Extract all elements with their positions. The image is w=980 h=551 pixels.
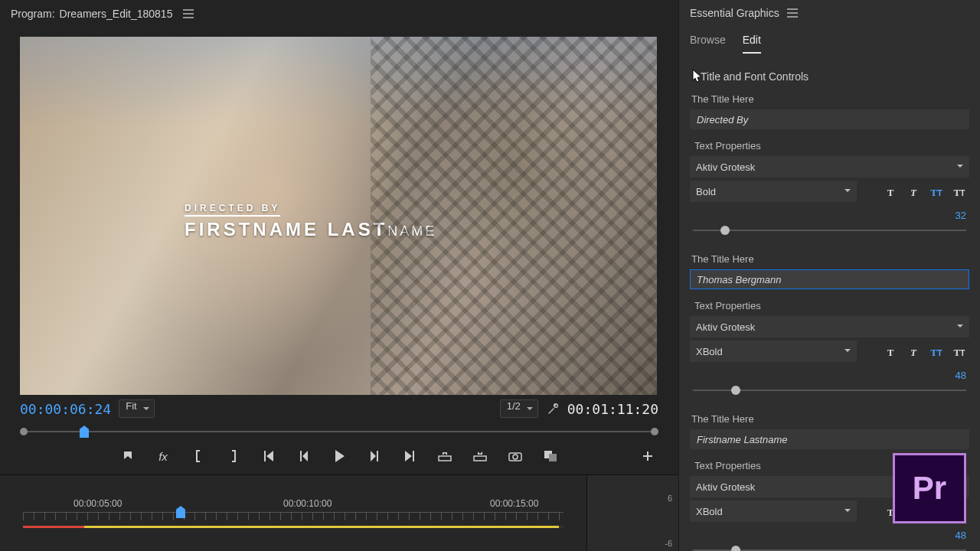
font-size-slider[interactable] — [693, 384, 966, 396]
overlay-line1: DIRECTED BY — [185, 203, 280, 217]
go-to-in-icon[interactable] — [261, 448, 276, 464]
comparison-icon[interactable] — [543, 448, 558, 464]
font-size-value[interactable]: 32 — [956, 210, 969, 221]
panel-menu-icon[interactable] — [183, 9, 194, 18]
premiere-logo: Pr — [893, 453, 966, 523]
program-monitor[interactable]: DIRECTED BY FIRSTNAME LASTNAME — [20, 37, 657, 395]
font-size-slider[interactable] — [693, 544, 966, 551]
zoom-select[interactable]: Fit — [119, 399, 154, 418]
text-properties-label: Text Properties — [694, 300, 969, 311]
export-frame-icon[interactable] — [508, 448, 523, 464]
svg-point-4 — [513, 455, 518, 459]
transport-controls: fx — [0, 439, 678, 474]
timecode-current[interactable]: 00:00:06:24 — [20, 401, 111, 417]
playhead-icon[interactable] — [80, 425, 89, 438]
all-caps-icon[interactable]: TT — [926, 343, 946, 363]
title-input[interactable] — [690, 109, 969, 129]
timeline-tick: 00:00:10:00 — [283, 498, 332, 509]
step-forward-icon[interactable] — [367, 448, 382, 464]
svg-rect-1 — [439, 456, 451, 461]
font-size-value[interactable]: 48 — [956, 370, 969, 381]
timeline-ruler-area[interactable]: 00:00:05:00 00:00:10:00 00:00:15:00 — [0, 475, 586, 551]
tab-edit[interactable]: Edit — [743, 34, 761, 54]
title-label: The Title Here — [691, 93, 969, 105]
lift-icon[interactable] — [437, 448, 452, 464]
audio-meter: 6 -6 — [586, 475, 678, 551]
program-title: Dreamers_Edit_180815 — [60, 8, 173, 20]
faux-italic-icon[interactable]: T — [903, 183, 923, 203]
small-caps-icon[interactable]: TT — [949, 343, 969, 363]
step-back-icon[interactable] — [296, 448, 312, 464]
bracket-in-icon[interactable] — [191, 448, 206, 464]
tab-browse[interactable]: Browse — [690, 34, 726, 54]
font-weight-select[interactable]: XBold — [690, 341, 857, 362]
svg-rect-2 — [474, 456, 486, 461]
timeline-tick: 00:00:15:00 — [490, 498, 538, 509]
mark-in-icon[interactable] — [120, 448, 136, 464]
timeline-playhead-icon[interactable] — [176, 506, 185, 518]
fx-icon[interactable]: fx — [155, 448, 171, 464]
font-weight-select[interactable]: Bold — [690, 181, 857, 202]
timeline-tick: 00:00:05:00 — [74, 498, 122, 509]
program-label: Program: — [11, 8, 55, 20]
font-weight-select[interactable]: XBold — [690, 500, 857, 522]
font-size-value[interactable]: 48 — [956, 530, 969, 541]
faux-bold-icon[interactable]: T — [880, 343, 900, 363]
font-family-select[interactable]: Aktiv Grotesk — [690, 316, 969, 337]
settings-wrench-icon[interactable] — [546, 402, 560, 416]
overlay-line2: FIRSTNAME LASTNAME — [185, 219, 436, 240]
font-size-slider[interactable] — [693, 224, 966, 236]
eg-header: Essential Graphics — [679, 0, 980, 26]
resolution-select[interactable]: 1/2 — [500, 399, 538, 418]
scrub-bar[interactable] — [20, 424, 658, 439]
add-button-icon[interactable] — [640, 448, 655, 464]
bracket-out-icon[interactable] — [226, 448, 241, 464]
font-family-select[interactable]: Aktiv Grotesk — [690, 156, 969, 178]
small-caps-icon[interactable]: TT — [949, 183, 969, 203]
cursor-icon — [691, 69, 704, 84]
faux-bold-icon[interactable]: T — [880, 183, 900, 203]
panel-menu-icon[interactable] — [787, 8, 798, 18]
title-overlay: DIRECTED BY FIRSTNAME LASTNAME — [185, 202, 436, 240]
program-header: Program: Dreamers_Edit_180815 — [0, 0, 678, 28]
svg-rect-6 — [549, 454, 557, 461]
timeline-panel: 00:00:05:00 00:00:10:00 00:00:15:00 6 -6 — [0, 474, 678, 551]
extract-icon[interactable] — [472, 448, 488, 464]
title-input[interactable] — [690, 269, 969, 289]
go-to-out-icon[interactable] — [402, 448, 417, 464]
text-properties-label: Text Properties — [694, 140, 969, 152]
all-caps-icon[interactable]: TT — [926, 183, 946, 203]
timecode-duration: 00:01:11:20 — [567, 401, 658, 417]
title-label: The Title Here — [691, 253, 969, 265]
eg-title: Essential Graphics — [690, 7, 779, 19]
play-icon[interactable] — [332, 448, 347, 464]
faux-italic-icon[interactable]: T — [903, 343, 923, 363]
section-title-font-controls[interactable]: Title and Font Controls — [690, 70, 969, 83]
title-input[interactable] — [690, 429, 969, 449]
title-label: The Title Here — [691, 413, 969, 425]
